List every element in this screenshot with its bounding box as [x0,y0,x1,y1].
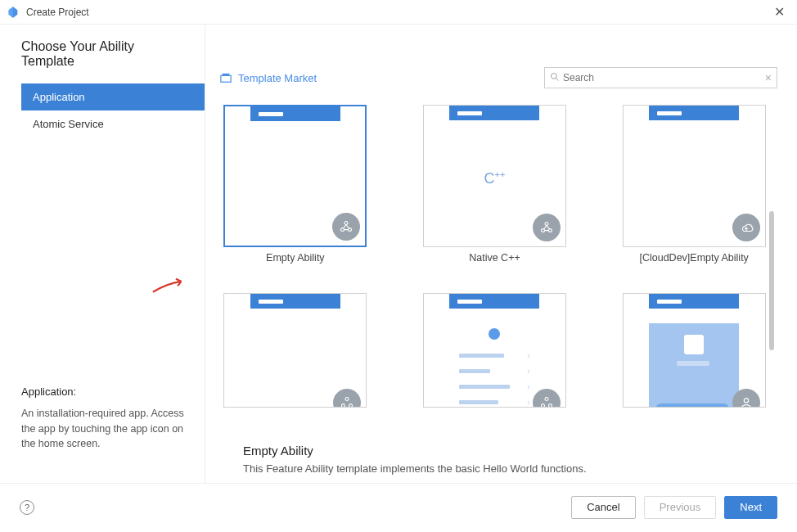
svg-point-11 [342,404,345,408]
svg-rect-1 [223,74,230,76]
template-clouddev-empty[interactable]: [CloudDev]Empty Ability [619,105,769,264]
svg-point-2 [552,73,557,79]
titlebar: Create Project ✕ [0,0,797,25]
cloud-badge-icon [732,214,760,241]
svg-point-13 [545,398,548,401]
detail-description: This Feature Ability template implements… [243,462,777,475]
window-title: Create Project [26,7,768,18]
left-spacer [21,138,205,385]
template-item[interactable] [619,293,769,408]
search-box[interactable]: × [544,67,777,88]
template-thumb [623,105,766,247]
svg-point-9 [549,229,552,232]
svg-point-7 [545,223,548,226]
template-label: Native C++ [469,252,520,264]
svg-point-8 [542,229,545,232]
close-button[interactable]: ✕ [768,1,790,24]
template-thumb [223,105,367,247]
next-button[interactable]: Next [724,496,777,519]
svg-point-6 [349,228,352,232]
template-badge-icon [332,213,360,241]
cancel-button[interactable]: Cancel [571,496,635,519]
template-thumb [623,293,766,408]
template-badge-icon [533,214,561,241]
tab-application[interactable]: Application [21,83,205,110]
left-panel: Choose Your Ability Template Application… [0,25,205,483]
template-badge-icon [533,389,561,408]
template-thumb: › › › › [423,293,566,408]
description-block: Application: An installation-required ap… [21,385,205,468]
template-thumb: C++ [423,105,566,247]
template-market-label: Template Market [238,72,317,84]
description-title: Application: [21,385,187,398]
detail-title: Empty Ability [243,444,777,458]
previous-button: Previous [644,496,717,519]
svg-point-12 [349,404,353,408]
svg-line-3 [556,78,559,80]
svg-point-10 [345,398,349,401]
market-icon [220,72,232,83]
template-grid: Empty Ability C++ Native C++ [220,105,777,431]
template-thumb [223,293,367,408]
svg-point-14 [542,404,545,408]
template-empty-ability[interactable]: Empty Ability [220,105,371,264]
svg-point-5 [341,228,344,232]
description-body: An installation-required app. Access the… [21,406,187,452]
tab-atomic-service[interactable]: Atomic Service [21,110,205,138]
help-icon[interactable]: ? [20,500,34,515]
selected-template-detail: Empty Ability This Feature Ability templ… [220,431,777,475]
template-badge-icon [333,389,361,408]
scrollbar-thumb[interactable] [769,211,774,350]
tab-list: Application Atomic Service [21,83,205,138]
annotation-arrow-icon [150,276,187,295]
app-logo-icon [7,6,20,19]
search-icon [550,72,560,84]
template-item[interactable]: › › › › [420,293,570,408]
template-item[interactable] [220,293,371,408]
template-label: Empty Ability [266,252,325,264]
cpp-icon: C++ [449,169,539,187]
svg-point-4 [344,222,348,225]
footer: ? Cancel Previous Next [0,483,797,530]
top-row: Template Market × [220,67,777,88]
search-input[interactable] [563,72,765,83]
svg-point-16 [744,399,748,403]
svg-rect-0 [221,75,231,82]
template-label: [CloudDev]Empty Ability [639,252,748,264]
content-area: Choose Your Ability Template Application… [0,25,797,483]
template-market-link[interactable]: Template Market [220,72,317,84]
template-badge-icon [732,389,760,408]
clear-search-icon[interactable]: × [765,71,772,84]
svg-point-15 [549,404,552,408]
main-panel: Template Market × [205,25,797,483]
template-native-cpp[interactable]: C++ Native C++ [420,105,570,264]
page-heading: Choose Your Ability Template [21,39,205,69]
